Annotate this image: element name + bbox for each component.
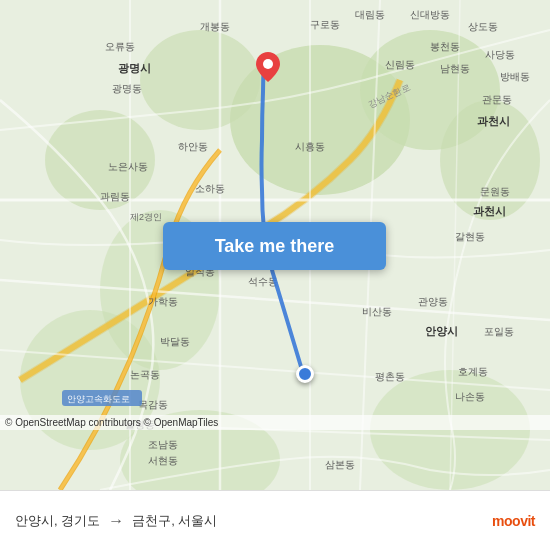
svg-text:개봉동: 개봉동 (200, 21, 230, 32)
svg-text:대림동: 대림동 (355, 9, 385, 20)
svg-text:평촌동: 평촌동 (375, 371, 405, 382)
svg-text:포일동: 포일동 (484, 326, 514, 337)
svg-point-63 (263, 59, 273, 69)
origin-pin (296, 365, 314, 383)
take-me-there-button[interactable]: Take me there (163, 222, 386, 270)
svg-text:광명시: 광명시 (118, 62, 151, 74)
svg-text:과림동: 과림동 (100, 191, 130, 202)
svg-text:상도동: 상도동 (468, 21, 498, 32)
svg-text:문원동: 문원동 (480, 186, 510, 197)
footer-arrow-icon: → (108, 512, 124, 530)
svg-text:오류동: 오류동 (105, 41, 135, 52)
svg-text:남현동: 남현동 (440, 63, 470, 74)
svg-text:조남동: 조남동 (148, 439, 178, 450)
svg-text:노은사동: 노은사동 (108, 161, 148, 172)
svg-text:방배동: 방배동 (500, 71, 530, 82)
svg-text:호계동: 호계동 (458, 366, 488, 377)
svg-text:갈현동: 갈현동 (455, 231, 485, 242)
svg-text:사당동: 사당동 (485, 49, 515, 60)
footer-from-label: 안양시, 경기도 (15, 512, 100, 530)
svg-text:시흥동: 시흥동 (295, 141, 325, 152)
destination-pin (256, 52, 280, 82)
footer-to-label: 금천구, 서울시 (132, 512, 217, 530)
svg-text:나손동: 나손동 (455, 391, 485, 402)
svg-text:목감동: 목감동 (138, 399, 168, 410)
svg-text:신림동: 신림동 (385, 59, 415, 70)
svg-text:박달동: 박달동 (160, 336, 190, 347)
svg-text:서현동: 서현동 (148, 455, 178, 466)
svg-text:봉천동: 봉천동 (430, 41, 460, 52)
svg-text:구로동: 구로동 (310, 19, 340, 30)
svg-text:가학동: 가학동 (148, 296, 178, 307)
svg-text:삼본동: 삼본동 (325, 459, 355, 470)
svg-text:하안동: 하안동 (178, 141, 208, 152)
map-attribution: © OpenStreetMap contributors © OpenMapTi… (0, 415, 550, 430)
svg-text:안양고속화도로: 안양고속화도로 (67, 394, 130, 404)
svg-text:과천시: 과천시 (473, 205, 506, 217)
footer-bar: 안양시, 경기도 → 금천구, 서울시 moovit (0, 490, 550, 550)
svg-text:비산동: 비산동 (362, 306, 392, 317)
svg-text:관문동: 관문동 (482, 94, 512, 105)
svg-text:논곡동: 논곡동 (130, 369, 160, 380)
svg-text:제2경인: 제2경인 (130, 212, 162, 222)
moovit-logo: moovit (492, 513, 535, 529)
svg-text:과천시: 과천시 (477, 115, 510, 127)
svg-text:관양동: 관양동 (418, 296, 448, 307)
svg-text:신대방동: 신대방동 (410, 9, 450, 20)
svg-text:광명동: 광명동 (112, 83, 142, 94)
svg-text:소하동: 소하동 (195, 183, 225, 194)
map-container: 개봉동 구로동 대림동 신대방동 상도동 오류동 광명시 광명동 신림동 남현동… (0, 0, 550, 490)
svg-text:안양시: 안양시 (425, 325, 458, 337)
